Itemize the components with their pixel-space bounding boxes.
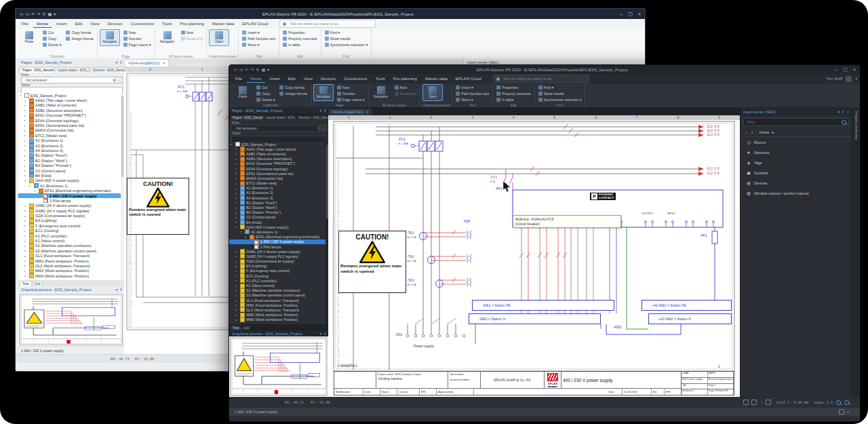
zoom-in-icon[interactable] xyxy=(836,400,841,405)
tree-expander-icon[interactable]: ▸ xyxy=(235,294,239,297)
tree-item-c2-control-panel[interactable]: ▸C2 (Control panel) xyxy=(229,215,326,220)
ribbon-tab-insert[interactable]: Insert xyxy=(267,75,283,83)
ribbon-search[interactable] xyxy=(493,75,589,83)
tree-expander-icon[interactable]: ▸ xyxy=(24,269,28,273)
ribbon-button-page-macro[interactable]: Page macro ▾ xyxy=(336,97,366,102)
tree-expander-icon[interactable]: ▸ xyxy=(24,149,28,152)
ribbon-tab-edit[interactable]: Edit xyxy=(285,75,299,83)
ribbon-button-new[interactable]: New xyxy=(180,30,205,35)
ribbon-button-navigator[interactable]: Navigator xyxy=(313,84,334,101)
schematic-canvas[interactable]: -2L1 /1.6-2L2 /1.6-2L3 /1.6-1L1 /1.6-1L2… xyxy=(328,120,740,397)
ribbon-tab-devices[interactable]: Devices xyxy=(104,20,126,28)
tree-expander-icon[interactable]: ▸ xyxy=(24,99,28,102)
tree-item-gl2-work-workpiece-transport[interactable]: ▸GL2 (Work workpiece: Transport) xyxy=(18,263,121,268)
tree-expander-icon[interactable]: ▸ xyxy=(24,224,28,227)
ribbon-button-paste[interactable]: Paste xyxy=(19,29,39,46)
tree-expander-icon[interactable]: ▸ xyxy=(24,154,28,157)
ribbon-button-cut[interactable]: Cut xyxy=(41,30,62,35)
tree-item-gaa-400-v-power-supply[interactable]: ▾GAA (400 V power supply) xyxy=(18,178,121,183)
tree-item-mm3-work-workpiece-position[interactable]: ▸MM3 (Work workpiece: Position) xyxy=(229,317,326,322)
tree-item-ec1-cooling[interactable]: ▸EC1 (Cooling) xyxy=(229,273,326,278)
tree-item-b1-station-feed[interactable]: ▸B1 (Station "Feed") xyxy=(229,200,326,205)
insert-center-item-recent[interactable]: ◷Recent xyxy=(741,137,852,147)
tree-item-gab1-24-v-device-power-supply[interactable]: ▸GAB1 (24 V device power supply) xyxy=(229,249,326,254)
window-controls[interactable]: –▢× xyxy=(835,67,856,73)
tree-expander-icon[interactable]: ▸ xyxy=(235,157,239,161)
tree-item-ea-lighting[interactable]: ▸EA (Lighting) xyxy=(229,264,326,269)
view-tab-list[interactable]: List xyxy=(242,326,251,330)
quick-access-icon[interactable]: ↷ xyxy=(250,67,254,72)
tree-expander-icon[interactable]: ▾ xyxy=(29,184,33,187)
tree-item-mm2-work-workpiece-position[interactable]: ▸MM2 (Work workpiece: Position) xyxy=(18,269,121,273)
tree-item-ess-sample-project[interactable]: ▾ESS_Sample_Project xyxy=(229,142,326,147)
tree-expander-icon[interactable]: ▸ xyxy=(235,313,239,317)
tree-item-2-pilot-lamps[interactable]: 2 Pilot lamps xyxy=(229,244,326,249)
tree-item-efs1-electrical-engineering-schematic[interactable]: ▾EFS1 (Electrical engineering schematic) xyxy=(229,235,326,239)
quick-access-icon[interactable]: ▭ xyxy=(233,67,237,72)
insert-center-header[interactable]: Insert center (NEC)▾↧× xyxy=(741,107,852,116)
ribbon-button-navigator[interactable]: Navigator xyxy=(100,29,120,46)
ribbon-button-measuring[interactable]: Measuring xyxy=(393,91,418,96)
ribbon-button-show-results[interactable]: Show results xyxy=(537,91,583,96)
tree-expander-icon[interactable]: ▸ xyxy=(24,254,28,258)
quick-access-icon[interactable]: ↻ xyxy=(256,67,259,72)
tree-expander-icon[interactable]: ▸ xyxy=(24,134,28,137)
chevron-down-icon[interactable]: ▾ xyxy=(115,60,117,64)
tree-expander-icon[interactable]: ▸ xyxy=(235,167,239,170)
tree-expander-icon[interactable]: ▸ xyxy=(24,169,28,172)
tree-item-k2-valve-control[interactable]: ▸K2 (Valve control) xyxy=(18,238,121,243)
tree-expander-icon[interactable]: ▾ xyxy=(231,142,234,146)
quick-access-icon[interactable]: ↶ xyxy=(245,67,248,72)
document-tab[interactable]: =GAA+A1&EFS1/1 × xyxy=(328,109,372,115)
tree-expander-icon[interactable]: ▸ xyxy=(24,234,28,237)
tree-expander-icon[interactable]: ▸ xyxy=(24,109,28,112)
ribbon-search[interactable] xyxy=(279,20,376,28)
minimize-button[interactable]: – xyxy=(835,67,837,73)
tree-expander-icon[interactable]: ▸ xyxy=(235,176,239,180)
tree-expander-icon[interactable]: ▸ xyxy=(235,284,239,288)
tree-item-b3-station-provide[interactable]: ▸B3 (Station "Provide") xyxy=(18,163,121,168)
ribbon-tab-insert[interactable]: Insert xyxy=(53,20,70,28)
tree-expander-icon[interactable]: ▸ xyxy=(235,187,239,190)
tree-expander-icon[interactable]: ▾ xyxy=(24,179,28,182)
pin-icon[interactable]: ↧ xyxy=(842,110,845,114)
pin-icon[interactable]: ↧ xyxy=(323,109,327,113)
tree-expander-icon[interactable]: ▸ xyxy=(235,162,239,166)
dock-tab-pages-ess-sample-p[interactable]: Pages - ESS_Sample_P... xyxy=(20,67,54,73)
tree-expander-icon[interactable]: ▾ xyxy=(245,235,248,239)
quick-access-icon[interactable]: ▦ xyxy=(47,12,52,16)
tree-item-a4-enclosure-3[interactable]: ▸A4 (Enclosure 3) xyxy=(229,195,326,200)
preview-panel-header[interactable]: Graphical preview - ESS_Sample_Project▾↧… xyxy=(229,330,334,336)
ribbon-button-path-function-text[interactable]: Path function text xyxy=(241,36,277,41)
ribbon-button-measuring[interactable]: Measuring xyxy=(180,36,205,41)
grid-toggle-icon[interactable] xyxy=(751,400,757,405)
tree-item-b2-station-work[interactable]: ▸B2 (Station "Work") xyxy=(229,205,326,210)
tree-item-a1-enclosure-1[interactable]: ▸A1 (Enclosure 1) xyxy=(229,186,326,191)
graphical-preview[interactable] xyxy=(18,293,124,346)
tree-item-b2-station-work[interactable]: ▸B2 (Station "Work") xyxy=(18,158,121,163)
tree-item-f-emergency-stop-control[interactable]: ▸F (Emergency-stop control) xyxy=(18,223,121,228)
page-nav-ref[interactable]: =+B4&EPA1/1 xyxy=(338,365,357,368)
tree-expander-icon[interactable]: ▾ xyxy=(240,230,243,233)
tree-item-efa2-overview-profinet[interactable]: ▸EFA2 (Overview "PROFINET") xyxy=(18,113,121,118)
tree-item-efa4-overview-topology[interactable]: ▸EFA4 (Overview topology) xyxy=(18,118,121,123)
tree-item-efn1-summarized-parts-list[interactable]: ▸EFN1 (Summarized parts list) xyxy=(229,171,326,176)
ribbon-button-new[interactable]: New xyxy=(122,30,153,35)
tree-expander-icon[interactable]: ▸ xyxy=(24,264,28,267)
tree-item-k1-plc-controller[interactable]: ▸K1 (PLC controller) xyxy=(18,233,121,238)
tree-item-aab1-table-of-contents[interactable]: ▸AAB1 (Table of contents) xyxy=(229,151,326,156)
ribbon-button-find[interactable]: Find ▾ xyxy=(537,85,583,90)
tree-expander-icon[interactable]: ▸ xyxy=(24,274,28,277)
ribbon-button-synchronize-selection[interactable]: Synchronize selection ▾ xyxy=(537,97,583,102)
tree-item-efa2-overview-profinet[interactable]: ▸EFA2 (Overview "PROFINET") xyxy=(229,161,326,166)
tree-scrollbar[interactable] xyxy=(121,93,123,280)
tree-item-b4-field[interactable]: ▸B4 (Field) xyxy=(229,220,326,225)
quick-access-icon[interactable]: ▦ xyxy=(261,67,265,72)
tree-item-adb1-structure-description[interactable]: ▸ADB1 (Structure description) xyxy=(229,157,326,161)
ribbon-button-delete[interactable]: Delete ▾ xyxy=(41,42,62,47)
tree-expander-icon[interactable]: ▸ xyxy=(235,279,239,282)
ribbon-tab-eplan-cloud[interactable]: EPLAN Cloud xyxy=(239,20,271,28)
tree-item-b3-station-provide[interactable]: ▸B3 (Station "Provide") xyxy=(229,210,326,215)
tree-item-mm1-feed-workpiece-position[interactable]: ▸MM1 (Feed workpiece: Position) xyxy=(18,258,121,263)
view-tab-list[interactable]: List xyxy=(33,281,43,286)
